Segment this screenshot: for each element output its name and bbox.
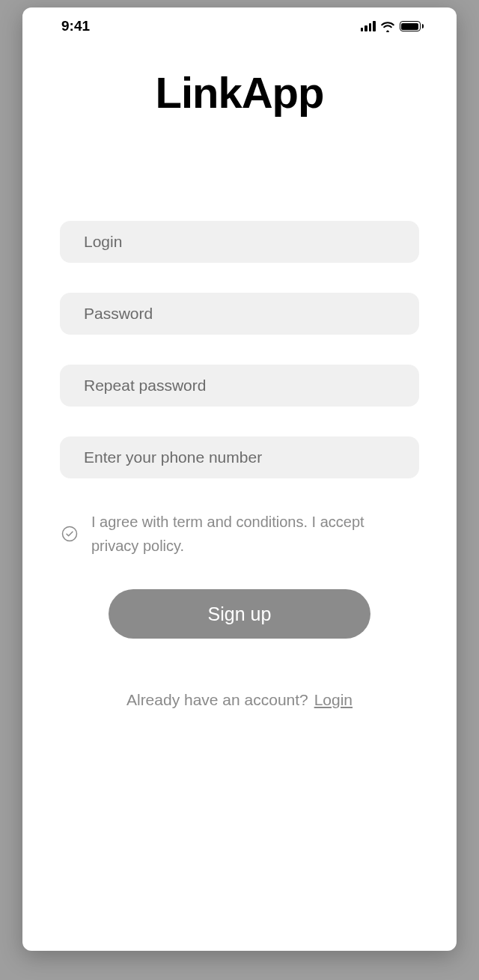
- status-time: 9:41: [61, 18, 90, 34]
- terms-row: I agree with term and conditions. I acce…: [60, 510, 419, 558]
- phone-input[interactable]: [60, 436, 419, 478]
- login-input[interactable]: [60, 221, 419, 263]
- check-circle-icon[interactable]: [61, 526, 78, 542]
- status-bar: 9:41: [52, 7, 427, 45]
- password-input[interactable]: [60, 293, 419, 335]
- svg-point-0: [63, 527, 77, 541]
- login-question: Already have an account?: [126, 691, 308, 708]
- signup-button[interactable]: Sign up: [109, 589, 370, 639]
- terms-text: I agree with term and conditions. I acce…: [91, 510, 418, 558]
- repeat-password-input[interactable]: [60, 365, 419, 407]
- app-title: LinkApp: [60, 67, 419, 118]
- status-icons: [361, 21, 424, 32]
- login-link[interactable]: Login: [314, 691, 353, 708]
- battery-icon: [400, 21, 424, 31]
- wifi-icon: [380, 21, 395, 32]
- cellular-signal-icon: [361, 21, 376, 31]
- login-line: Already have an account? Login: [60, 691, 419, 709]
- phone-frame: 9:41 LinkApp: [22, 7, 457, 951]
- signup-form: I agree with term and conditions. I acce…: [60, 221, 419, 709]
